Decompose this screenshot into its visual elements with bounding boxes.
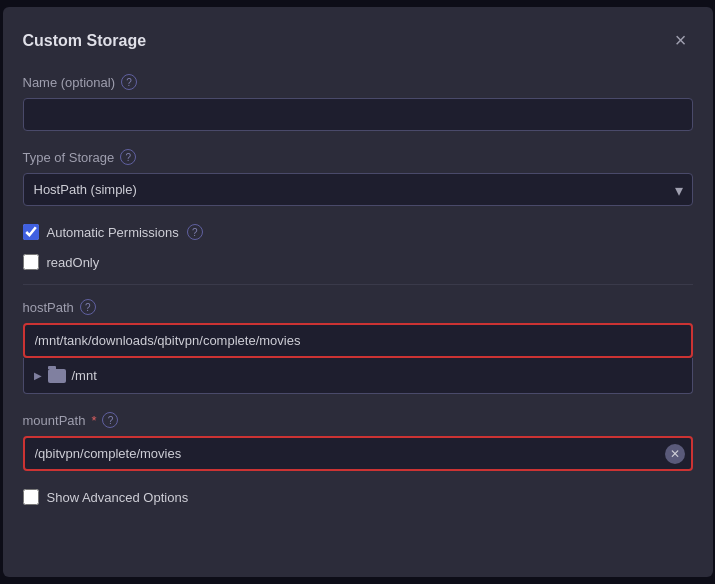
- hostpath-input[interactable]: [23, 323, 693, 358]
- name-input[interactable]: [23, 98, 693, 131]
- hostpath-help-icon[interactable]: ?: [80, 299, 96, 315]
- custom-storage-modal: Custom Storage × Name (optional) ? Type …: [3, 7, 713, 577]
- type-of-storage-label: Type of Storage ?: [23, 149, 693, 165]
- automatic-permissions-help-icon[interactable]: ?: [187, 224, 203, 240]
- mountpath-field-group: mountPath * ? ✕: [23, 412, 693, 471]
- modal-overlay: Custom Storage × Name (optional) ? Type …: [0, 0, 715, 584]
- mountpath-label: mountPath * ?: [23, 412, 693, 428]
- name-label: Name (optional) ?: [23, 74, 693, 90]
- mountpath-help-icon[interactable]: ?: [102, 412, 118, 428]
- automatic-permissions-row: Automatic Permissions ?: [23, 224, 693, 240]
- show-advanced-checkbox[interactable]: [23, 489, 39, 505]
- hostpath-input-wrapper: [23, 323, 693, 358]
- type-help-icon[interactable]: ?: [120, 149, 136, 165]
- hostpath-label: hostPath ?: [23, 299, 693, 315]
- modal-title: Custom Storage: [23, 32, 147, 50]
- expand-arrow-icon: ▶: [34, 370, 42, 381]
- readonly-row: readOnly: [23, 254, 693, 270]
- readonly-checkbox[interactable]: [23, 254, 39, 270]
- show-advanced-label: Show Advanced Options: [47, 490, 189, 505]
- close-button[interactable]: ×: [669, 27, 693, 54]
- path-tree: ▶ /mnt: [23, 358, 693, 394]
- show-advanced-row: Show Advanced Options: [23, 489, 693, 505]
- type-select-wrapper: HostPath (simple) NFS SMB/CIFS iSCSI ▾: [23, 173, 693, 206]
- mountpath-clear-button[interactable]: ✕: [665, 444, 685, 464]
- hostpath-field-group: hostPath ? ▶ /mnt: [23, 299, 693, 394]
- mountpath-input-wrapper: ✕: [23, 436, 693, 471]
- type-select[interactable]: HostPath (simple) NFS SMB/CIFS iSCSI: [23, 173, 693, 206]
- automatic-permissions-label: Automatic Permissions: [47, 225, 179, 240]
- mountpath-input[interactable]: [23, 436, 693, 471]
- name-help-icon[interactable]: ?: [121, 74, 137, 90]
- folder-icon: [48, 369, 66, 383]
- automatic-permissions-checkbox[interactable]: [23, 224, 39, 240]
- name-field-group: Name (optional) ?: [23, 74, 693, 131]
- modal-header: Custom Storage ×: [23, 27, 693, 54]
- readonly-label: readOnly: [47, 255, 100, 270]
- path-tree-item-mnt[interactable]: ▶ /mnt: [24, 362, 692, 389]
- mountpath-required-star: *: [91, 413, 96, 428]
- divider: [23, 284, 693, 285]
- type-of-storage-group: Type of Storage ? HostPath (simple) NFS …: [23, 149, 693, 206]
